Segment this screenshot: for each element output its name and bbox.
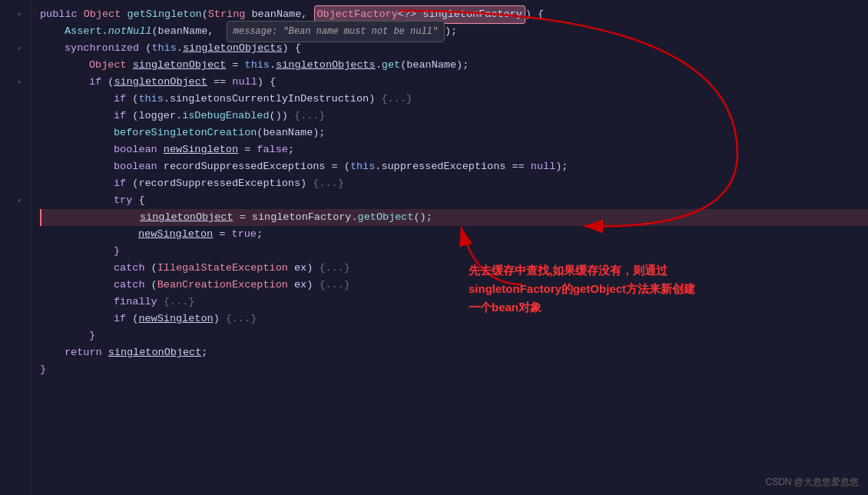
gutter-icon-13 [13, 209, 25, 226]
annotation-line2: singletonFactory的getObject方法来新创建 [469, 282, 695, 295]
code-line-3: synchronized (this.singletonObjects) { [40, 40, 868, 57]
gutter-icons: ▾ ▾ ▾ ▾ [13, 6, 25, 378]
code-area: public Object getSingleton(String beanNa… [31, 0, 868, 495]
gutter-icon-7 [13, 108, 25, 125]
code-line-1: public Object getSingleton(String beanNa… [40, 6, 868, 23]
gutter-icon-6 [13, 91, 25, 108]
code-line-5: if (singletonObject == null) { [40, 74, 868, 91]
gutter-icon-2 [13, 23, 25, 40]
line-gutter: ▾ ▾ ▾ ▾ [0, 0, 31, 495]
code-line-13: singletonObject = singletonFactory.getOb… [40, 209, 868, 226]
gutter-icon-9 [13, 141, 25, 158]
gutter-icon-17 [13, 277, 25, 294]
watermark: CSDN @大忽悠爱忽悠 [765, 476, 859, 489]
code-line-19: if (newSingleton) {...} [40, 311, 868, 327]
gutter-icon-12: ▾ [13, 192, 25, 209]
gutter-icon-11 [13, 175, 25, 192]
gutter-icon-18 [13, 294, 25, 311]
gutter-icon-10 [13, 158, 25, 175]
code-line-21: return singletonObject; [40, 344, 868, 361]
code-line-12: try { [40, 192, 868, 209]
code-line-16: catch (IllegalStateException ex) {...} [40, 260, 868, 277]
gutter-icon-22 [13, 361, 25, 378]
gutter-icon-14 [13, 226, 25, 243]
gutter-icon-21 [13, 344, 25, 361]
editor-container: ▾ ▾ ▾ ▾ public Object ge [0, 0, 868, 495]
annotation-line1: 先去缓存中查找,如果缓存没有，则通过 [469, 264, 668, 277]
code-line-8: beforeSingletonCreation(beanName); [40, 125, 868, 141]
code-line-11: if (recordSuppressedExceptions) {...} [40, 175, 868, 192]
code-line-4: Object singletonObject = this.singletonO… [40, 57, 868, 74]
gutter-icon-8 [13, 125, 25, 141]
gutter-icon-4 [13, 57, 25, 74]
watermark-text: CSDN @大忽悠爱忽悠 [765, 477, 859, 487]
code-line-10: boolean recordSuppressedExceptions = (th… [40, 158, 868, 175]
code-line-22: } [40, 361, 868, 378]
gutter-icon-1: ▾ [13, 6, 25, 23]
gutter-icon-15 [13, 243, 25, 260]
code-line-17: catch (BeanCreationException ex) {...} [40, 277, 868, 294]
code-line-6: if (this.singletonsCurrentlyInDestructio… [40, 91, 868, 108]
gutter-icon-3: ▾ [13, 40, 25, 57]
code-line-15: } [40, 243, 868, 260]
code-line-18: finally {...} [40, 294, 868, 311]
code-line-14: newSingleton = true; [40, 226, 868, 243]
code-line-20: } [40, 327, 868, 344]
gutter-icon-16 [13, 260, 25, 277]
annotation-text: 先去缓存中查找,如果缓存没有，则通过 singletonFactory的getO… [469, 261, 730, 317]
code-line-2: Assert.notNull(beanName, message: "Bean … [40, 23, 868, 40]
gutter-icon-20 [13, 327, 25, 344]
gutter-icon-19 [13, 311, 25, 327]
gutter-icon-5: ▾ [13, 74, 25, 91]
code-line-7: if (logger.isDebugEnabled()) {...} [40, 108, 868, 125]
annotation-line3: 一个bean对象 [469, 301, 542, 314]
code-line-9: boolean newSingleton = false; [40, 141, 868, 158]
